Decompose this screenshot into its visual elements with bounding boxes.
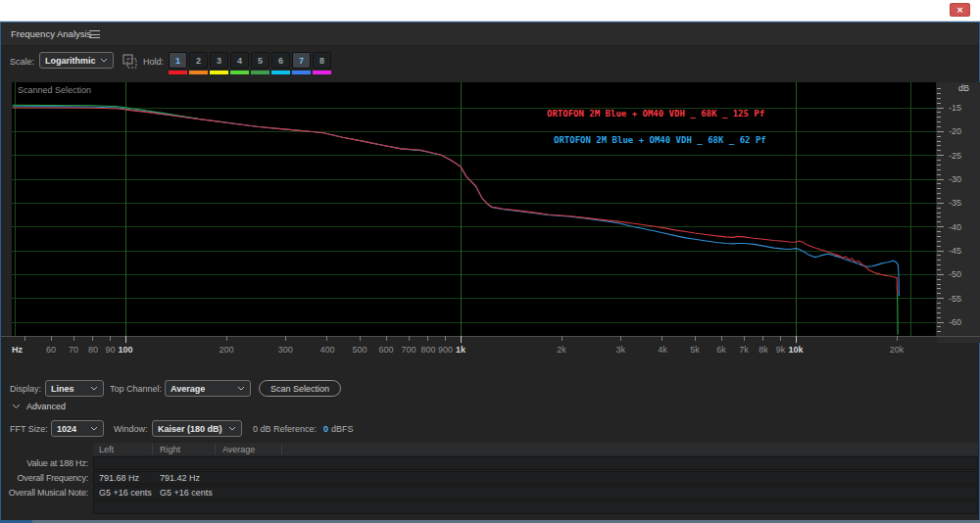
os-titlebar — [0, 0, 980, 22]
svg-text:Hz: Hz — [12, 345, 23, 355]
chevron-down-icon — [90, 426, 98, 431]
svg-text:-15: -15 — [949, 103, 961, 113]
scale-dropdown[interactable]: Logarithmic — [39, 52, 114, 69]
table-row-field — [93, 486, 978, 499]
hold-button-8[interactable]: 8 — [313, 52, 331, 74]
svg-text:dB: dB — [958, 83, 969, 93]
table-row-field — [93, 456, 978, 470]
hold-number: 3 — [210, 52, 228, 69]
spectrum-plot-area[interactable]: Scanned Selection ORTOFON 2M Blue + OM40… — [12, 82, 936, 336]
svg-text:-55: -55 — [949, 294, 961, 304]
hold-color-swatch — [210, 71, 228, 74]
hold-color-swatch — [189, 71, 208, 74]
col-header-average: Average — [222, 445, 255, 454]
frequency-axis-ruler: 607080901002003004005006007008009001k2k3… — [0, 336, 980, 357]
table-cell-value: G5 +16 cents — [160, 488, 213, 498]
chevron-down-icon — [237, 386, 245, 391]
hold-color-swatch — [271, 71, 290, 74]
svg-text:10k: 10k — [788, 345, 804, 355]
copy-to-clipboard-icon[interactable] — [122, 54, 137, 69]
svg-text:80: 80 — [88, 345, 98, 355]
table-row-label: Overall Frequency: — [0, 473, 88, 483]
fft-size-dropdown[interactable]: 1024 — [51, 420, 104, 437]
svg-text:-20: -20 — [949, 126, 961, 136]
svg-text:500: 500 — [352, 345, 367, 355]
reference-value[interactable]: 0 — [323, 424, 328, 434]
table-row-label: Overall Musical Note: — [0, 488, 88, 498]
svg-text:9k: 9k — [776, 345, 786, 355]
table-cell-value: 791.68 Hz — [99, 473, 139, 483]
display-label: Display: — [10, 384, 41, 394]
hold-label: Hold: — [143, 57, 164, 67]
hold-color-swatch — [292, 71, 311, 74]
advanced-label[interactable]: Advanced — [26, 402, 66, 411]
fft-size-value: 1024 — [57, 424, 76, 434]
advanced-collapse-icon[interactable] — [12, 404, 21, 409]
svg-text:70: 70 — [69, 345, 78, 355]
svg-text:5k: 5k — [690, 345, 700, 355]
svg-text:60: 60 — [46, 345, 56, 355]
hold-number: 4 — [230, 52, 249, 69]
svg-text:-25: -25 — [949, 151, 961, 161]
display-value: Lines — [51, 384, 74, 394]
db-axis-ruler: dB-15-20-25-30-35-40-45-50-55-60 — [937, 82, 980, 343]
svg-text:-50: -50 — [949, 269, 961, 279]
hold-color-swatch — [251, 71, 270, 74]
svg-text:400: 400 — [319, 345, 334, 355]
hold-button-1[interactable]: 1 — [169, 52, 187, 74]
svg-text:700: 700 — [401, 345, 416, 355]
svg-text:-40: -40 — [949, 222, 961, 232]
window-dropdown[interactable]: Kaiser (180 dB) — [152, 420, 242, 437]
legend-entry-1: ORTOFON 2M Blue + OM40 VDH _ 68K _ 125 P… — [547, 109, 764, 119]
svg-text:90: 90 — [105, 345, 115, 355]
fft-size-label: FFT Size: — [10, 424, 48, 434]
hold-button-5[interactable]: 5 — [251, 52, 270, 74]
top-channel-dropdown[interactable]: Average — [165, 380, 251, 397]
col-header-right: Right — [160, 445, 180, 454]
hold-button-6[interactable]: 6 — [271, 52, 290, 74]
window-value: Kaiser (180 dB) — [158, 424, 222, 434]
panel-menu-icon[interactable] — [89, 30, 100, 38]
hold-button-7[interactable]: 7 — [292, 52, 311, 74]
scale-label: Scale: — [10, 57, 34, 67]
hold-buttons-group: 12345678 — [169, 52, 331, 74]
svg-text:2k: 2k — [557, 345, 566, 355]
chevron-down-icon — [100, 58, 108, 63]
svg-text:8k: 8k — [759, 345, 768, 355]
svg-text:800: 800 — [420, 345, 435, 355]
frequency-analysis-window: ✕ Frequency Analysis Scale: Logarithmic … — [0, 0, 980, 523]
hold-number: 8 — [313, 52, 331, 69]
hold-button-4[interactable]: 4 — [230, 52, 249, 74]
table-cell-value: G5 +16 cents — [99, 488, 152, 498]
hold-color-swatch — [169, 71, 187, 74]
top-channel-value: Average — [171, 384, 205, 394]
close-button[interactable]: ✕ — [950, 3, 970, 17]
hold-number: 5 — [251, 52, 270, 69]
svg-text:-35: -35 — [949, 198, 961, 208]
hold-button-2[interactable]: 2 — [189, 52, 208, 74]
svg-text:300: 300 — [278, 345, 293, 355]
scanned-selection-label: Scanned Selection — [18, 85, 91, 95]
svg-text:600: 600 — [379, 345, 394, 355]
svg-text:-45: -45 — [949, 246, 961, 256]
hold-number: 1 — [169, 52, 187, 69]
window-label: Window: — [114, 424, 148, 434]
scan-selection-button[interactable]: Scan Selection — [259, 380, 341, 397]
hold-button-3[interactable]: 3 — [210, 52, 228, 74]
col-header-left: Left — [99, 445, 114, 454]
svg-text:4k: 4k — [658, 345, 667, 355]
hold-number: 7 — [292, 52, 311, 69]
panel-title[interactable]: Frequency Analysis — [11, 28, 91, 39]
reference-label: 0 dB Reference: — [253, 424, 317, 434]
display-dropdown[interactable]: Lines — [45, 380, 104, 397]
hold-number: 6 — [271, 52, 290, 69]
svg-text:1k: 1k — [456, 345, 466, 355]
svg-text:6k: 6k — [716, 345, 726, 355]
svg-text:200: 200 — [219, 345, 233, 355]
table-row-field — [93, 500, 978, 514]
table-cell-value: 791.42 Hz — [160, 473, 200, 483]
table-row-label: Value at 188 Hz: — [0, 458, 88, 468]
svg-text:100: 100 — [118, 345, 132, 355]
hold-color-swatch — [230, 71, 249, 74]
svg-text:900: 900 — [438, 345, 453, 355]
